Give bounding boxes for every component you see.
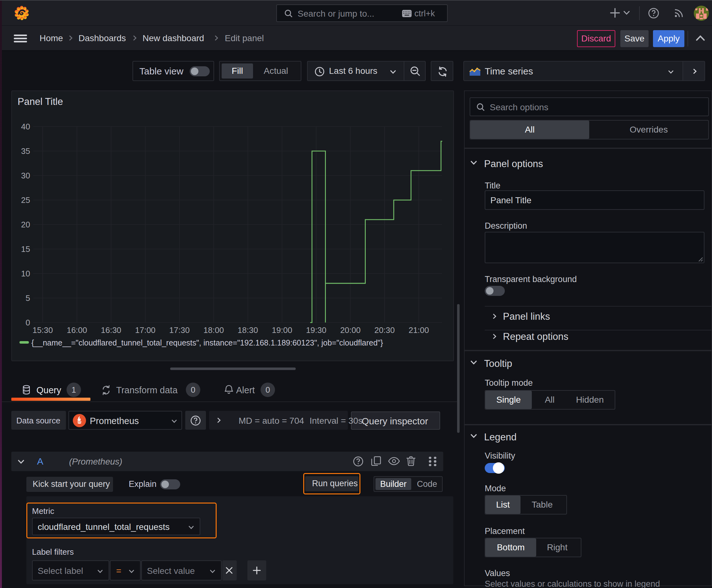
svg-text:18:00: 18:00 bbox=[203, 326, 224, 335]
svg-text:18:30: 18:30 bbox=[238, 326, 258, 335]
svg-text:20:30: 20:30 bbox=[374, 326, 395, 335]
svg-text:17:00: 17:00 bbox=[135, 326, 155, 335]
svg-text:25: 25 bbox=[21, 195, 30, 205]
svg-text:35: 35 bbox=[21, 146, 30, 156]
svg-text:5: 5 bbox=[26, 293, 30, 303]
svg-text:0: 0 bbox=[26, 318, 30, 327]
svg-text:20:00: 20:00 bbox=[340, 326, 361, 335]
svg-text:40: 40 bbox=[21, 122, 30, 131]
svg-text:20: 20 bbox=[21, 220, 30, 229]
svg-text:17:30: 17:30 bbox=[169, 326, 190, 335]
svg-text:15: 15 bbox=[21, 244, 30, 254]
svg-text:19:00: 19:00 bbox=[272, 326, 292, 335]
svg-text:21:00: 21:00 bbox=[408, 326, 429, 335]
svg-text:16:30: 16:30 bbox=[101, 326, 121, 335]
svg-text:30: 30 bbox=[21, 171, 30, 180]
svg-text:15:30: 15:30 bbox=[33, 326, 53, 335]
svg-text:{__name__="cloudflared_tunnel_: {__name__="cloudflared_tunnel_total_requ… bbox=[31, 338, 383, 347]
svg-text:19:30: 19:30 bbox=[306, 326, 326, 335]
svg-text:16:00: 16:00 bbox=[67, 326, 87, 335]
svg-text:10: 10 bbox=[21, 269, 30, 278]
